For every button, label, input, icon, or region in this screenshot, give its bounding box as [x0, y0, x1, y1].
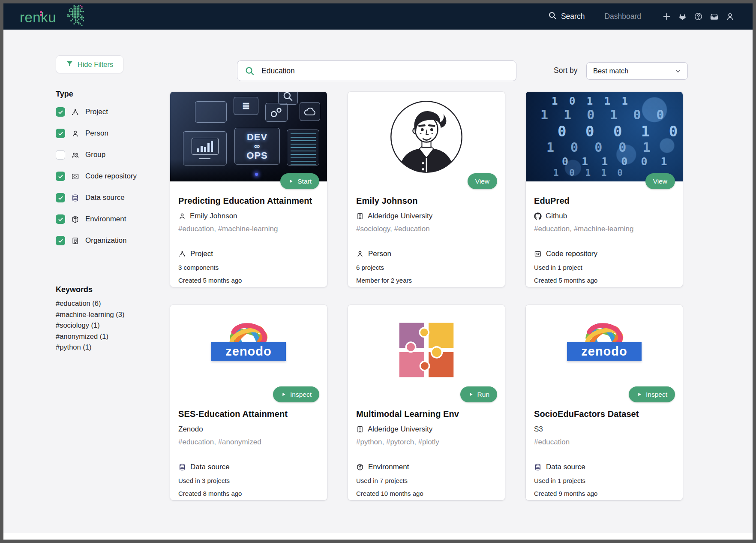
- card-type-label: Environment: [368, 463, 409, 471]
- card-tags: #education, #machine-learning: [178, 225, 319, 233]
- filter-type-code-repository[interactable]: Code repository: [56, 171, 137, 181]
- checkbox-checked[interactable]: [56, 107, 65, 117]
- search-input[interactable]: [261, 66, 509, 76]
- card-tags: #sociology, #education: [356, 225, 497, 233]
- card-body: SocioEduFactors DatasetS3#educationData …: [526, 395, 683, 497]
- checkbox-checked[interactable]: [56, 214, 65, 224]
- keyword-item[interactable]: #python (1): [56, 343, 125, 351]
- organization-icon: [71, 237, 80, 245]
- search-results-grid: ≣DEV∞OPSStartPredicting Education Attain…: [170, 92, 683, 500]
- result-card[interactable]: zenodoInspectSES-Education AttainmentZen…: [170, 305, 327, 500]
- keyword-item[interactable]: #anonymized (1): [56, 332, 125, 340]
- inspect-button[interactable]: Inspect: [629, 386, 675, 402]
- card-type-label: Code repository: [546, 250, 597, 258]
- renku-logo-text: renku: [20, 9, 56, 26]
- start-button[interactable]: Start: [280, 173, 319, 189]
- group-icon: [71, 151, 80, 159]
- creator-label: Emily Johnson: [190, 212, 237, 220]
- top-nav-links: Search Dashboard: [548, 11, 735, 22]
- filter-type-person[interactable]: Person: [56, 128, 137, 139]
- filter-type-organization[interactable]: Organization: [56, 235, 137, 246]
- creator-label: Zenodo: [178, 425, 203, 434]
- puzzle-image: [348, 305, 505, 395]
- filter-icon: [66, 60, 73, 69]
- card-stat: Member for 2 years: [356, 277, 497, 284]
- card-image: ≣DEV∞OPS: [170, 92, 327, 181]
- zenodo-banner: zenodo: [567, 342, 642, 361]
- result-card[interactable]: ≣DEV∞OPSStartPredicting Education Attain…: [170, 92, 327, 287]
- keyword-item[interactable]: #education (6): [56, 299, 125, 307]
- code-repository-icon: [534, 250, 542, 258]
- result-card[interactable]: 1 0 1 1 11 1 0 1 0 0 10 0 0 1 01 0 0 0 1…: [526, 92, 683, 287]
- filter-type-label: Project: [85, 108, 108, 116]
- view-button[interactable]: View: [645, 173, 675, 189]
- card-creator: Alderidge University: [356, 211, 497, 221]
- project-icon: [178, 250, 186, 258]
- checkbox-unchecked[interactable]: [56, 150, 65, 160]
- binary-digits: 1 0 1 1 11 1 0 1 0 0 10 0 0 1 01 0 0 0 1…: [526, 92, 683, 181]
- search-box[interactable]: [237, 60, 516, 81]
- hide-filters-label: Hide Filters: [78, 60, 113, 69]
- card-title: SES-Education Attainment: [178, 409, 319, 419]
- plus-icon[interactable]: [662, 12, 671, 21]
- code-repository-icon: [71, 172, 80, 181]
- card-tags: #education, #anonymized: [178, 438, 319, 446]
- filter-type-data-source[interactable]: Data source: [56, 193, 137, 203]
- card-type: Project: [178, 250, 319, 258]
- card-stat: Used in 7 projects: [356, 477, 497, 484]
- inbox-icon[interactable]: [709, 12, 719, 21]
- user-icon[interactable]: [725, 12, 735, 21]
- checkbox-checked[interactable]: [56, 236, 65, 245]
- run-button[interactable]: Run: [460, 386, 497, 402]
- checkbox-checked[interactable]: [56, 172, 65, 181]
- filter-type-project[interactable]: Project: [56, 107, 137, 117]
- nav-dashboard-link[interactable]: Dashboard: [604, 12, 641, 21]
- card-tags: #education, #machine-learning: [534, 225, 675, 233]
- filter-type-environment[interactable]: Environment: [56, 214, 137, 224]
- filter-type-label: Environment: [85, 215, 126, 223]
- action-label: Inspect: [290, 391, 312, 398]
- card-tags: #python, #pytorch, #plotly: [356, 438, 497, 446]
- filter-type-group[interactable]: Group: [56, 150, 137, 160]
- organization-icon: [356, 212, 364, 220]
- card-image: zenodo: [170, 305, 327, 395]
- card-stat: Used in 1 projects: [534, 477, 675, 484]
- search-icon: [548, 11, 557, 22]
- filter-type-label: Data source: [85, 193, 125, 202]
- sort-dropdown[interactable]: Best match: [586, 62, 688, 80]
- renku-logo[interactable]: renku: [20, 3, 93, 30]
- card-stat: Used in 3 projects: [178, 477, 319, 484]
- keyword-item[interactable]: #machine-learning (3): [56, 311, 125, 318]
- card-type: Code repository: [534, 250, 675, 258]
- nav-search-link[interactable]: Search: [548, 11, 585, 22]
- view-button[interactable]: View: [468, 173, 497, 189]
- card-stat: 3 components: [178, 264, 319, 271]
- action-label: Inspect: [646, 391, 667, 398]
- card-creator: Alderidge University: [356, 425, 497, 434]
- help-icon[interactable]: [693, 12, 703, 21]
- action-label: View: [475, 178, 489, 185]
- binary-code-image: 1 0 1 1 11 1 0 1 0 0 10 0 0 1 01 0 0 0 1…: [526, 92, 683, 181]
- inspect-button[interactable]: Inspect: [273, 386, 319, 402]
- checkbox-checked[interactable]: [56, 193, 65, 202]
- card-title: EduPred: [534, 196, 675, 206]
- type-filter-heading: Type: [56, 90, 73, 99]
- chevron-down-icon: [674, 67, 682, 75]
- keyword-item[interactable]: #sociology (1): [56, 321, 125, 329]
- card-media: zenodoInspect: [170, 305, 327, 395]
- checkbox-checked[interactable]: [56, 129, 65, 138]
- person-icon: [178, 212, 186, 220]
- hide-filters-button[interactable]: Hide Filters: [56, 55, 123, 73]
- result-card[interactable]: RunMultimodal Learning EnvAlderidge Univ…: [348, 305, 505, 500]
- result-card[interactable]: zenodoInspectSocioEduFactors DatasetS3#e…: [526, 305, 683, 500]
- type-filter-list: ProjectPersonGroupCode repositoryData so…: [56, 107, 137, 246]
- footer-strip: [3, 533, 753, 540]
- zenodo-banner: zenodo: [211, 342, 286, 361]
- result-card[interactable]: ViewEmily JohnsonAlderidge University#so…: [348, 92, 505, 287]
- play-icon: [468, 392, 474, 397]
- data-source-icon: [178, 463, 186, 471]
- card-type-label: Project: [190, 250, 213, 258]
- zenodo-wordmark: zenodo: [581, 344, 627, 359]
- play-icon: [281, 392, 286, 397]
- gitlab-icon[interactable]: [678, 12, 687, 21]
